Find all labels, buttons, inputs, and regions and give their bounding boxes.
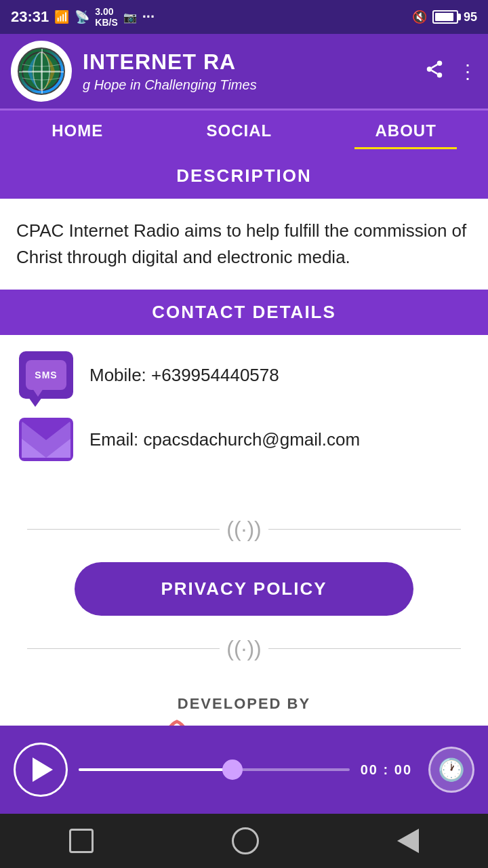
svg-point-6 xyxy=(437,73,443,78)
radio-symbol-bottom: ((·)) xyxy=(226,636,262,661)
sms-label: SMS xyxy=(35,370,57,380)
email-icon xyxy=(19,418,73,461)
play-icon xyxy=(33,757,53,782)
nav-about[interactable]: ABOUT xyxy=(354,115,456,149)
privacy-policy-button[interactable]: PRIVACY POLICY xyxy=(75,562,413,616)
developed-by-label: DEVELOPED BY xyxy=(14,695,474,713)
status-left: 23:31 📶 📡 3.00KB/S 📷 ··· xyxy=(11,6,155,28)
more-menu-button[interactable]: ⋮ xyxy=(458,60,477,83)
app-title: INTERNET RA xyxy=(83,50,424,75)
player-track[interactable] xyxy=(79,768,350,771)
svg-line-8 xyxy=(432,64,438,68)
player-slider-container xyxy=(79,768,350,771)
player-time: 00 : 00 xyxy=(361,762,412,778)
player-thumb[interactable] xyxy=(222,760,243,780)
cast-icon: 📷 xyxy=(123,11,137,24)
mobile-number[interactable]: Mobile: +639954440578 xyxy=(89,365,279,386)
speed-label: 3.00KB/S xyxy=(95,6,117,28)
email-address[interactable]: Email: cpacsdachurch@gmail.com xyxy=(89,429,360,450)
radio-divider-top: ((·)) xyxy=(0,503,488,555)
svg-point-5 xyxy=(427,66,432,72)
sms-bubble: SMS xyxy=(26,360,66,390)
description-header: DESCRIPTION xyxy=(0,153,488,199)
app-header: INTERNET RA g Hope in Challenging Times … xyxy=(0,34,488,108)
circle-icon xyxy=(232,827,259,854)
svg-point-0 xyxy=(22,52,60,90)
envelope-icon xyxy=(22,421,70,458)
wifi-icon: 📡 xyxy=(75,9,89,24)
radio-symbol-top: ((·)) xyxy=(226,517,262,542)
contact-header: CONTACT DETAILS xyxy=(0,290,488,335)
battery-fill xyxy=(435,13,453,21)
battery-icon xyxy=(432,10,458,24)
bottom-nav xyxy=(0,814,488,868)
share-button[interactable] xyxy=(424,59,445,84)
description-text: CPAC Internet Radio aims to help fulfill… xyxy=(0,199,488,290)
status-bar: 23:31 📶 📡 3.00KB/S 📷 ··· 🔇 95 xyxy=(0,0,488,34)
header-actions: ⋮ xyxy=(424,59,477,84)
svg-line-7 xyxy=(432,70,438,73)
sms-icon: SMS xyxy=(19,351,73,399)
divider-line-left xyxy=(27,529,220,530)
divider-line-left-2 xyxy=(27,648,220,649)
player-bar: 00 : 00 🕐 xyxy=(0,726,488,814)
nav-bar: HOME SOCIAL ABOUT xyxy=(0,108,488,153)
ellipsis: ··· xyxy=(142,8,155,26)
home-circle-button[interactable] xyxy=(232,827,259,854)
app-subtitle: g Hope in Challenging Times xyxy=(83,77,424,93)
back-button[interactable] xyxy=(397,829,419,853)
clock-icon: 🕐 xyxy=(438,757,465,783)
header-text: INTERNET RA g Hope in Challenging Times xyxy=(83,50,424,93)
divider-line-right-2 xyxy=(268,648,461,649)
signal-icon: 📶 xyxy=(54,9,69,24)
back-icon xyxy=(397,829,419,853)
home-square-button[interactable] xyxy=(69,829,94,853)
nav-home[interactable]: HOME xyxy=(31,115,123,149)
mobile-contact-item: SMS Mobile: +639954440578 xyxy=(19,351,469,399)
globe-icon xyxy=(18,47,65,95)
email-contact-item: Email: cpacsdachurch@gmail.com xyxy=(19,418,469,461)
contact-section: CONTACT DETAILS SMS Mobile: +63995444057… xyxy=(0,290,488,496)
contact-items: SMS Mobile: +639954440578 Email: cpacsda… xyxy=(0,335,488,496)
nav-social[interactable]: SOCIAL xyxy=(186,115,292,149)
svg-point-4 xyxy=(437,60,443,66)
clock-button[interactable]: 🕐 xyxy=(428,747,474,793)
square-icon xyxy=(69,829,94,853)
time-display: 23:31 xyxy=(11,8,49,26)
status-right: 🔇 95 xyxy=(412,9,477,24)
divider-line-right xyxy=(268,529,461,530)
mute-icon: 🔇 xyxy=(412,9,427,24)
player-progress xyxy=(79,768,228,771)
battery-percent: 95 xyxy=(464,10,477,24)
radio-divider-bottom: ((·)) xyxy=(0,623,488,675)
app-logo xyxy=(11,41,72,102)
play-button[interactable] xyxy=(14,743,68,797)
